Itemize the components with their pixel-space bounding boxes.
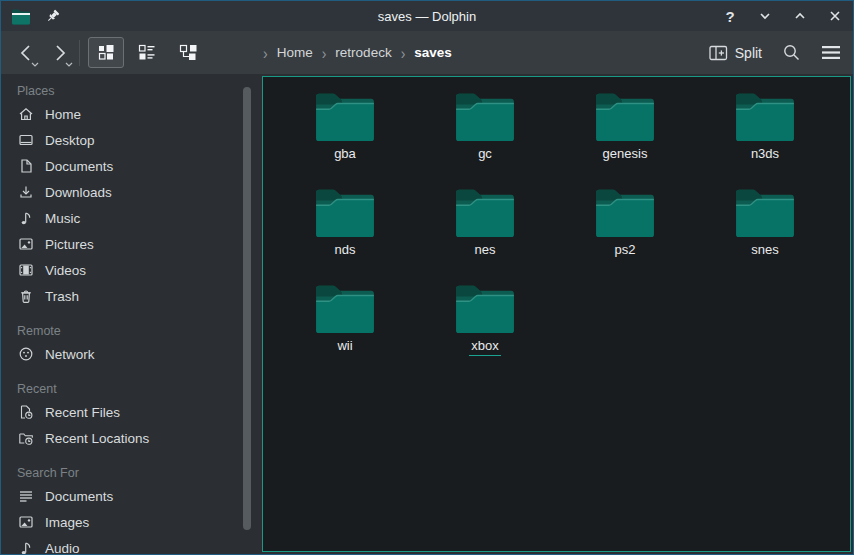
sidebar-item-documents[interactable]: Documents (1, 153, 257, 179)
sidebar-item-label: Documents (45, 159, 113, 174)
sidebar-item-desktop[interactable]: Desktop (1, 127, 257, 153)
compact-view-button[interactable] (129, 37, 165, 68)
sidebar-item-label: Documents (45, 489, 113, 504)
folder-label: ps2 (613, 242, 638, 260)
dolphin-app-icon (11, 8, 31, 25)
folder-icon (454, 186, 516, 238)
folder-icon (594, 90, 656, 142)
sidebar-item-label: Trash (45, 289, 79, 304)
trash-icon (18, 288, 34, 304)
sidebar-item-label: Videos (45, 263, 86, 278)
folder-label: nes (473, 242, 498, 260)
music-note-icon (18, 540, 34, 554)
sidebar-item-network[interactable]: Network (1, 341, 257, 367)
section-header-remote: Remote (1, 321, 257, 341)
sidebar-item-recent-locations[interactable]: Recent Locations (1, 425, 257, 451)
folder-icon (454, 282, 516, 334)
folder-icon (734, 90, 796, 142)
folder-label: gc (476, 146, 494, 164)
sidebar-item-videos[interactable]: Videos (1, 257, 257, 283)
maximize-button[interactable] (792, 8, 808, 24)
toolbar: › Home › retrodeck › saves Split (1, 31, 853, 74)
music-note-icon (18, 210, 34, 226)
minimize-button[interactable] (757, 8, 773, 24)
breadcrumb-chevron-icon: › (401, 43, 406, 62)
breadcrumb-chevron-icon: › (322, 43, 327, 62)
folder-icon (314, 282, 376, 334)
sidebar-item-search-images[interactable]: Images (1, 509, 257, 535)
folder-label: genesis (601, 146, 650, 164)
sidebar-item-label: Audio (45, 541, 80, 555)
sidebar-item-recent-files[interactable]: Recent Files (1, 399, 257, 425)
folder-label: snes (749, 242, 780, 260)
breadcrumb-retrodeck[interactable]: retrodeck (335, 45, 391, 60)
folder-label: n3ds (749, 146, 781, 164)
text-lines-icon (18, 488, 34, 504)
folder-icon (734, 186, 796, 238)
sidebar-item-search-documents[interactable]: Documents (1, 483, 257, 509)
content-area: Places Home Desktop (1, 74, 853, 554)
search-button[interactable] (782, 43, 801, 62)
film-icon (18, 262, 34, 278)
folder-n3ds[interactable]: n3ds (695, 85, 835, 181)
sidebar-item-home[interactable]: Home (1, 101, 257, 127)
breadcrumb-chevron-icon: › (263, 43, 268, 62)
hamburger-icon (821, 45, 841, 60)
sidebar-item-label: Downloads (45, 185, 112, 200)
sidebar-scrollbar[interactable] (243, 87, 251, 530)
sidebar-item-label: Music (45, 211, 80, 226)
folder-icon (594, 186, 656, 238)
folder-wii[interactable]: wii (275, 277, 415, 373)
sidebar-item-music[interactable]: Music (1, 205, 257, 231)
folder-gc[interactable]: gc (415, 85, 555, 181)
forward-button[interactable] (47, 38, 73, 68)
close-button[interactable] (827, 8, 843, 24)
folder-nes[interactable]: nes (415, 181, 555, 277)
tree-view-icon (179, 44, 198, 61)
back-button[interactable] (13, 38, 39, 68)
folder-grid: gba gc genesis n3ds nds (263, 77, 850, 373)
back-history-chevron-icon (31, 62, 39, 67)
dolphin-window: saves — Dolphin ? (0, 0, 854, 555)
folder-snes[interactable]: snes (695, 181, 835, 277)
folder-xbox[interactable]: xbox (415, 277, 555, 373)
folder-genesis[interactable]: genesis (555, 85, 695, 181)
compact-view-icon (138, 44, 156, 61)
breadcrumb-home[interactable]: Home (277, 45, 313, 60)
sidebar-item-search-audio[interactable]: Audio (1, 535, 257, 554)
section-header-places: Places (1, 81, 257, 101)
sidebar-item-downloads[interactable]: Downloads (1, 179, 257, 205)
sidebar-item-label: Recent Locations (45, 431, 149, 446)
desktop-icon (18, 132, 34, 148)
sidebar-item-label: Pictures (45, 237, 94, 252)
help-button[interactable]: ? (722, 8, 738, 24)
folder-icon (314, 186, 376, 238)
search-icon (782, 43, 801, 62)
image-icon (18, 514, 34, 530)
split-view-icon (709, 45, 728, 61)
image-icon (18, 236, 34, 252)
folder-nds[interactable]: nds (275, 181, 415, 277)
titlebar: saves — Dolphin ? (1, 1, 853, 31)
sidebar-item-label: Network (45, 347, 95, 362)
sidebar-item-trash[interactable]: Trash (1, 283, 257, 309)
menu-button[interactable] (821, 45, 841, 60)
pin-icon[interactable] (45, 8, 61, 24)
split-button[interactable]: Split (709, 45, 762, 61)
tree-view-button[interactable] (170, 37, 206, 68)
folder-ps2[interactable]: ps2 (555, 181, 695, 277)
icons-view-icon (97, 44, 115, 61)
folder-gba[interactable]: gba (275, 85, 415, 181)
sidebar-item-label: Desktop (45, 133, 95, 148)
sidebar-item-label: Home (45, 107, 81, 122)
icons-view-button[interactable] (88, 37, 124, 68)
folder-label: wii (335, 338, 354, 356)
folder-label: nds (333, 242, 358, 260)
sidebar-item-pictures[interactable]: Pictures (1, 231, 257, 257)
breadcrumb: › Home › retrodeck › saves (263, 31, 452, 74)
breadcrumb-saves[interactable]: saves (414, 45, 452, 60)
document-icon (18, 158, 34, 174)
places-panel: Places Home Desktop (1, 74, 257, 554)
folder-icon (454, 90, 516, 142)
folder-label: xbox (469, 338, 500, 356)
